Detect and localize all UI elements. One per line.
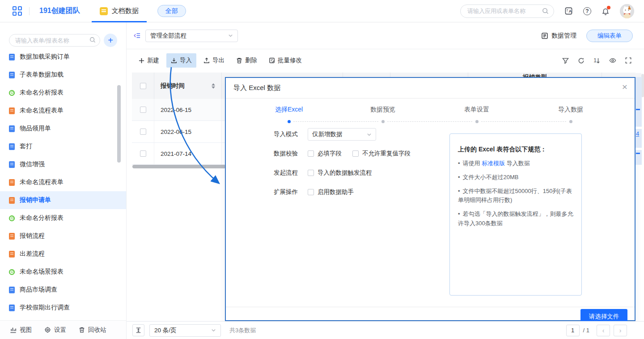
form-icon [9,197,15,204]
filter-icon[interactable] [562,57,569,64]
row-checkbox[interactable] [140,150,146,157]
step-label: 选择Excel [242,105,336,114]
close-icon[interactable]: × [622,82,627,91]
chevron-down-icon [367,132,372,137]
sidebar-form-item[interactable]: 未命名分析报表 [0,84,126,102]
step-dot-icon [288,120,291,123]
form-icon [9,233,15,240]
standard-template-link[interactable]: 标准模版 [482,160,505,167]
column-header-time[interactable]: 报销时间 [154,73,222,99]
collapse-sidebar-icon[interactable] [133,32,141,39]
row-checkbox[interactable] [140,107,146,113]
recycle-bin-button[interactable]: 回收站 [79,326,106,334]
page-number-input[interactable]: 1 [566,325,580,336]
no-duplicate-checkbox[interactable]: 不允许重复值字段 [352,150,411,158]
sidebar-form-item[interactable]: 物品领用单 [0,120,126,137]
sidebar-item-label: 未命名流程表单 [20,178,64,186]
sidebar-form-item[interactable]: 数据加载采购订单 [0,48,126,66]
validate-label: 数据校验 [274,150,308,158]
sidebar-form-item[interactable]: 商品市场调查 [0,281,126,299]
app-icon [100,7,108,15]
modal-footer-divider [226,307,635,307]
form-search[interactable] [9,34,100,47]
filter-all-pill[interactable]: 全部 [157,5,186,17]
sidebar-form-item[interactable]: 报销流程 [0,227,126,245]
row-checkbox[interactable] [140,129,146,135]
form-icon [9,251,15,257]
sidebar-form-item[interactable]: 未命名场景报表 [0,263,126,281]
form-icon [9,161,15,168]
spec-line: •若勾选「导入的数据触发流程」，则最多允许导入300条数据 [458,210,573,228]
add-form-button[interactable]: + [104,34,117,47]
prev-page-button[interactable]: ‹ [597,325,610,336]
data-manage-button[interactable]: 数据管理 [541,32,576,40]
team-name[interactable]: 191创建团队 [39,6,80,16]
topbar: 191创建团队 文档数据 全部 A ? [0,0,644,22]
tab-document-data[interactable]: 文档数据 [92,0,147,22]
sidebar-form-item[interactable]: 套打 [0,137,126,155]
sidebar-form-item[interactable]: 报销申请单 [0,191,126,209]
app-grid-icon[interactable] [13,6,22,16]
export-button[interactable]: 导出 [203,56,225,64]
refresh-icon[interactable] [578,57,585,64]
import-mode-select[interactable]: 仅新增数据 [308,128,376,141]
sidebar-item-label: 商品市场调查 [20,286,57,294]
sidebar: + 数据加载采购订单 子表单数据加载 未命名分析报表 [0,22,127,339]
row-height-button[interactable] [132,324,144,336]
next-page-button[interactable]: › [614,325,627,336]
chart-icon [10,326,17,333]
help-icon[interactable]: ? [583,7,591,15]
edit-doc-icon [269,57,275,64]
required-fields-checkbox[interactable]: 必填字段 [308,150,342,158]
sidebar-item-label: 物品领用单 [20,124,51,133]
search-icon [542,8,549,14]
data-toolbar: 新建 导入 导出 删除 批量修改 1 [127,50,644,71]
delete-button[interactable]: 删除 [236,56,257,64]
form-search-input[interactable] [9,34,100,47]
settings-button[interactable]: 设置 [44,326,66,334]
user-avatar[interactable] [620,4,634,18]
sidebar-form-item[interactable]: 学校假期出行调查 [0,299,126,317]
trigger-flow-checkbox[interactable]: 导入的数据触发流程 [308,169,372,177]
sidebar-scrollbar[interactable] [117,85,121,163]
fullscreen-icon[interactable] [625,57,631,64]
flow-label: 发起流程 [274,169,308,177]
batch-edit-button[interactable]: 批量修改 [269,56,302,64]
import-button[interactable]: 导入 [166,53,196,68]
flow-scope-select[interactable]: 管理全部流程 [145,30,238,42]
sort-carets-icon[interactable] [212,83,215,89]
excel-spec-panel: 上传的 Excel 表符合以下规范： •请使用 标准模版 导入数据 •文件大小不… [449,133,582,296]
spec-line: •文件中数据不能超过50000行、150列(子表单明细同样占用行数) [458,187,573,206]
sidebar-form-item[interactable]: 未命名分析报表 [0,209,126,227]
sidebar-form-item[interactable]: 未命名流程表单 [0,173,126,191]
sidebar-item-label: 未命名流程表单 [20,107,64,115]
form-icon [9,72,15,78]
sidebar-footer: 视图 设置 回收站 [0,320,126,339]
sidebar-form-item[interactable]: 子表单数据加载 [0,66,126,84]
form-icon [9,287,15,293]
visibility-icon[interactable] [609,57,616,64]
translate-icon[interactable]: A [564,7,573,15]
chevron-down-icon [211,328,216,333]
sidebar-form-item[interactable]: 未命名流程表单 [0,102,126,120]
sidebar-item-label: 未命名分析报表 [20,214,64,222]
horizontal-scrollbar[interactable] [132,165,226,168]
views-button[interactable]: 视图 [10,326,32,334]
sidebar-item-label: 数据加载采购订单 [20,53,70,61]
step: 表单设置 [430,105,524,123]
new-record-button[interactable]: 新建 [139,56,159,64]
sidebar-form-item[interactable]: 微信增强 [0,155,126,173]
global-search-input[interactable] [460,4,554,18]
data-assistant-checkbox[interactable]: 启用数据助手 [308,188,354,196]
edit-form-button[interactable]: 编辑表单 [586,30,633,42]
pagination-bar: 20 条/页 共3条数据 1 / 1 ‹ › [127,321,644,339]
step: 导入数据 [524,105,618,123]
sort-icon[interactable]: 1 [593,57,600,64]
sidebar-form-item[interactable]: 出差流程 [0,245,126,263]
select-all-checkbox[interactable] [140,83,146,89]
notification-bell-icon[interactable] [602,7,610,15]
sidebar-form-item[interactable] [0,317,126,320]
page-size-select[interactable]: 20 条/页 [149,324,221,337]
clipped-cell-text[interactable]: 4 [636,130,639,137]
global-search[interactable] [460,4,554,18]
